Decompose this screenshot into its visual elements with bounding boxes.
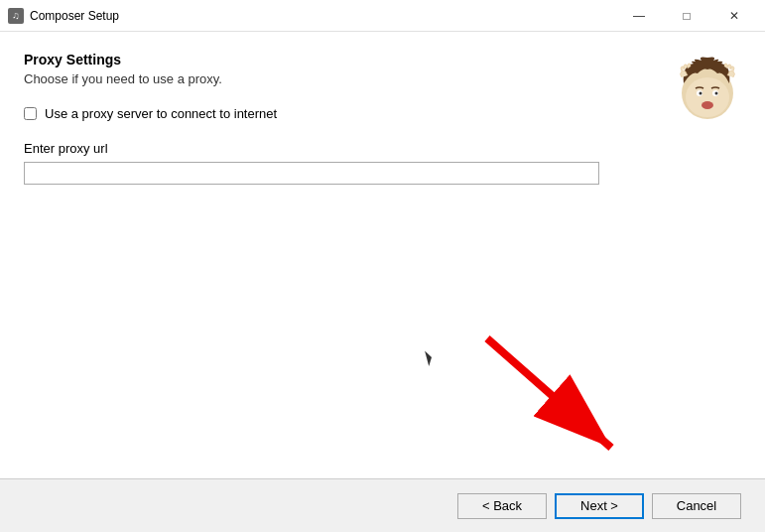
cancel-button[interactable]: Cancel: [652, 493, 741, 519]
close-button[interactable]: ✕: [711, 1, 757, 31]
window-body: Proxy Settings Choose if you need to use…: [0, 32, 765, 532]
logo-area: [662, 52, 741, 459]
section-subtitle: Choose if you need to use a proxy.: [24, 71, 662, 86]
minimize-button[interactable]: —: [616, 1, 662, 31]
app-icon: ♫: [8, 8, 24, 24]
svg-point-6: [701, 101, 713, 109]
proxy-checkbox[interactable]: [24, 107, 37, 120]
main-content: Proxy Settings Choose if you need to use…: [24, 52, 662, 459]
maximize-button[interactable]: □: [664, 1, 709, 31]
svg-point-4: [700, 92, 702, 95]
next-button[interactable]: Next >: [555, 493, 644, 519]
title-bar: ♫ Composer Setup — □ ✕: [0, 0, 765, 32]
proxy-url-label: Enter proxy url: [24, 141, 662, 156]
content-area: Proxy Settings Choose if you need to use…: [0, 32, 765, 478]
proxy-checkbox-label: Use a proxy server to connect to interne…: [45, 106, 277, 121]
title-bar-controls: — □ ✕: [616, 1, 757, 31]
footer-bar: < Back Next > Cancel: [0, 478, 765, 532]
back-button[interactable]: < Back: [457, 493, 547, 519]
checkbox-row: Use a proxy server to connect to interne…: [24, 106, 662, 121]
composer-logo: [674, 56, 741, 123]
svg-point-5: [715, 92, 718, 95]
svg-point-1: [686, 77, 729, 117]
window-title: Composer Setup: [30, 9, 616, 23]
proxy-url-input[interactable]: [24, 162, 599, 185]
section-title: Proxy Settings: [24, 52, 662, 67]
